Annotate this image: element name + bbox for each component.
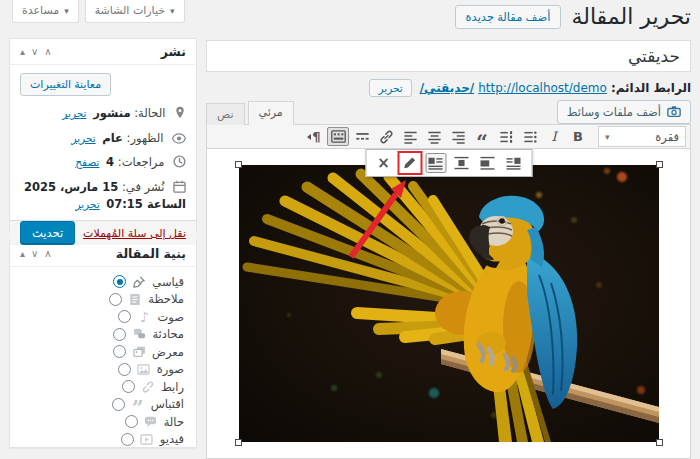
editor-tabs-row: أضف ملفات وسائط مرئي نص <box>206 100 691 124</box>
read-more-tag-button[interactable] <box>351 127 373 146</box>
format-option-standard[interactable]: قياسي <box>22 274 184 289</box>
image-icon <box>137 362 151 376</box>
format-radio-image[interactable] <box>118 363 131 376</box>
format-option-aside[interactable]: ملاحظة <box>22 292 184 307</box>
format-radio-link[interactable] <box>122 380 135 393</box>
page-header: تحرير المقالة أضف مقالة جديدة <box>455 3 691 31</box>
move-down-icon[interactable]: ∨ <box>31 46 38 57</box>
format-radio-video[interactable] <box>121 433 134 446</box>
edit-visibility-link[interactable]: تحرير <box>71 132 95 144</box>
align-left-button[interactable] <box>399 127 421 146</box>
format-radio-aside[interactable] <box>109 293 122 306</box>
align-right-icon <box>451 130 466 144</box>
editor-mode-tabs: مرئي نص <box>206 101 294 125</box>
format-label: معرض <box>152 345 184 359</box>
edit-status-link[interactable]: تحرير <box>62 107 86 119</box>
selected-image-block[interactable]: × <box>239 165 659 442</box>
visibility-value: عام <box>102 131 123 145</box>
pencil-icon <box>403 156 417 170</box>
align-center-button[interactable] <box>423 127 445 146</box>
panel-toggle-icon[interactable]: ▴ <box>20 46 25 57</box>
blockquote-button[interactable]: “ <box>471 127 493 146</box>
permalink-slug-link[interactable]: /حديقتي/ <box>420 81 475 95</box>
format-label: اقتباس <box>151 397 184 411</box>
bullet-list-button[interactable] <box>519 127 541 146</box>
wordpress-edit-post-screen: مساعدة ▾ خيارات الشاشة ▾ تحرير المقالة أ… <box>0 0 700 459</box>
status-row: الحالة: منشور تحرير <box>20 105 186 122</box>
add-media-button[interactable]: أضف ملفات وسائط <box>557 100 691 124</box>
chevron-down-icon: ▾ <box>605 132 610 142</box>
format-option-quote[interactable]: اقتباس ” <box>22 397 184 412</box>
format-option-image[interactable]: صورة <box>22 362 184 377</box>
editor-canvas[interactable]: × <box>206 148 691 459</box>
screen-options-tab[interactable]: خيارات الشاشة ▾ <box>85 0 185 23</box>
numbered-list-button[interactable] <box>495 127 517 146</box>
align-right-image-button[interactable] <box>425 153 446 173</box>
format-radio-audio[interactable] <box>118 310 131 323</box>
parrot-photo[interactable] <box>239 165 659 442</box>
add-new-post-button[interactable]: أضف مقالة جديدة <box>455 5 562 29</box>
bold-button[interactable]: B <box>567 127 589 146</box>
visibility-row: الظهور: عام تحرير <box>20 130 186 147</box>
format-radio-standard[interactable] <box>113 275 126 288</box>
publish-panel: نشر ▴ ∨ ∧ معاينة التغييرات الحالة: منشور <box>9 38 197 232</box>
format-radio-gallery[interactable] <box>113 345 126 358</box>
align-center-image-button[interactable] <box>451 153 472 173</box>
move-up-icon[interactable]: ∧ <box>44 248 51 259</box>
format-radio-status[interactable] <box>125 415 138 428</box>
paragraph-style-dropdown[interactable]: فقرة ▾ <box>598 126 686 147</box>
format-option-status[interactable]: حالة <box>22 414 184 429</box>
panel-sort-controls: ▴ ∨ ∧ <box>20 46 52 57</box>
bullet-list-icon <box>523 130 538 144</box>
eye-icon <box>172 133 186 144</box>
toolbar-toggle-button[interactable] <box>327 127 349 146</box>
resize-handle-top-left[interactable] <box>235 161 242 168</box>
resize-handle-top-right[interactable] <box>656 161 663 168</box>
post-title-input[interactable] <box>206 40 691 72</box>
image-align-right-icon <box>428 156 444 170</box>
move-down-icon[interactable]: ∨ <box>31 248 38 259</box>
preview-changes-button[interactable]: معاينة التغييرات <box>20 73 111 96</box>
format-label: صورة <box>157 362 184 376</box>
format-radio-chat[interactable] <box>113 328 126 341</box>
format-option-link[interactable]: رابط <box>22 379 184 394</box>
status-label: الحالة: <box>134 106 165 120</box>
help-label: مساعدة <box>22 4 59 17</box>
format-option-chat[interactable]: محادثة <box>22 327 184 342</box>
link-icon <box>379 130 394 144</box>
help-tab[interactable]: مساعدة ▾ <box>12 0 79 23</box>
gallery-icon <box>132 345 146 359</box>
edit-date-link[interactable]: تحرير <box>75 198 99 210</box>
remove-image-button[interactable]: × <box>373 153 394 173</box>
edit-image-button[interactable] <box>399 153 420 173</box>
move-up-icon[interactable]: ∧ <box>44 46 51 57</box>
move-to-trash-link[interactable]: نقل إلى سلة المُهملات <box>83 227 186 240</box>
screen-meta-links: مساعدة ▾ خيارات الشاشة ▾ <box>12 0 185 23</box>
format-option-audio[interactable]: صوت ♪ <box>22 309 184 324</box>
tab-visual[interactable]: مرئي <box>248 101 294 125</box>
permalink-base-link[interactable]: http://localhost/demo <box>478 81 607 95</box>
revisions-label: مراجعات: <box>118 155 165 169</box>
format-label: صوت <box>157 310 184 324</box>
tab-text[interactable]: نص <box>206 103 245 125</box>
update-button[interactable]: تحديث <box>20 221 75 245</box>
add-media-label: أضف ملفات وسائط <box>567 105 661 119</box>
format-option-video[interactable]: فيديو <box>22 432 184 447</box>
align-left-icon <box>403 130 418 144</box>
panel-toggle-icon[interactable]: ▴ <box>20 248 25 259</box>
paragraph-direction-button[interactable]: ¶ <box>303 127 325 146</box>
format-option-gallery[interactable]: معرض <box>22 344 184 359</box>
align-right-button[interactable] <box>447 127 469 146</box>
resize-handle-bottom-right[interactable] <box>656 439 663 446</box>
align-left-image-button[interactable] <box>503 153 524 173</box>
browse-revisions-link[interactable]: تصفح <box>75 156 99 168</box>
align-none-image-button[interactable] <box>477 153 498 173</box>
edit-permalink-button[interactable]: تحرير <box>369 79 411 97</box>
publish-panel-header[interactable]: نشر ▴ ∨ ∧ <box>10 39 196 65</box>
insert-link-button[interactable] <box>375 127 397 146</box>
format-radio-quote[interactable] <box>112 398 125 411</box>
chat-icon <box>132 327 146 341</box>
italic-button[interactable]: I <box>543 127 565 146</box>
chevron-down-icon: ▾ <box>170 6 175 16</box>
resize-handle-bottom-left[interactable] <box>235 439 242 446</box>
